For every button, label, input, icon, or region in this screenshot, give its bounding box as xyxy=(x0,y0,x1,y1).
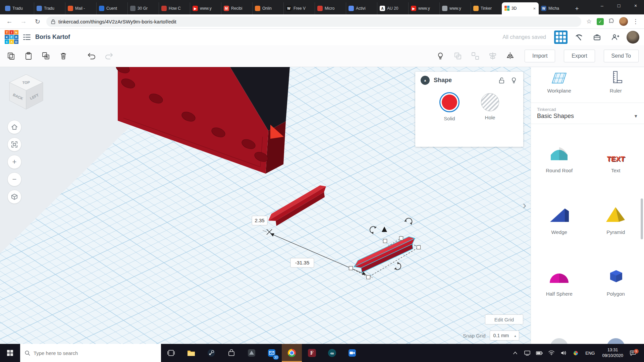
tray-app-icon[interactable] xyxy=(571,351,581,355)
taskbar-search[interactable] xyxy=(20,344,161,362)
home-view-button[interactable] xyxy=(7,120,21,134)
shape-round-roof[interactable]: Round Roof xyxy=(531,128,588,190)
browser-tab[interactable]: AAU 20 xyxy=(377,2,408,14)
browser-tab[interactable]: 30 Gr xyxy=(127,2,159,14)
language-indicator[interactable]: ENG xyxy=(583,351,597,356)
snap-grid-select[interactable]: 0.1 mm ▴ xyxy=(490,330,519,341)
workplane-tool[interactable]: Workplane xyxy=(531,70,588,103)
copy-icon[interactable] xyxy=(5,50,17,62)
shape-half-sphere[interactable]: Half Sphere xyxy=(531,251,588,313)
browser-tab[interactable]: How C xyxy=(159,2,190,14)
game-app-icon[interactable] xyxy=(241,344,262,362)
visibility-bulb-icon[interactable] xyxy=(510,76,518,84)
export-button[interactable]: Export xyxy=(564,50,595,62)
shape-partial[interactable] xyxy=(588,313,644,344)
zoom-out-button[interactable]: − xyxy=(7,172,21,186)
fit-view-button[interactable] xyxy=(7,137,21,152)
lock-icon[interactable] xyxy=(498,76,506,84)
undo-icon[interactable] xyxy=(86,50,97,62)
close-button[interactable]: × xyxy=(627,0,644,11)
delete-icon[interactable] xyxy=(58,50,69,62)
f-app-icon[interactable]: F xyxy=(302,344,322,362)
file-explorer-icon[interactable] xyxy=(181,344,201,362)
zoom-in-button[interactable]: + xyxy=(7,155,21,169)
browser-tab[interactable]: Cuent xyxy=(96,2,127,14)
extensions-puzzle-icon[interactable] xyxy=(607,17,616,26)
browser-tab[interactable]: MRecibi xyxy=(221,2,252,14)
browser-profile-avatar[interactable] xyxy=(619,17,628,26)
minimize-button[interactable]: – xyxy=(594,0,610,11)
shape-pyramid[interactable]: Pyramid xyxy=(588,190,644,251)
invite-person-icon[interactable] xyxy=(608,31,622,44)
back-icon[interactable]: ← xyxy=(4,16,15,27)
design-title[interactable]: Boris Kartof xyxy=(35,34,70,41)
send-to-button[interactable]: Send To xyxy=(604,50,639,62)
mail-app-icon[interactable]: 30 xyxy=(262,344,282,362)
mirror-icon[interactable] xyxy=(504,50,516,62)
monitor-icon[interactable] xyxy=(522,351,532,356)
show-all-bulb-icon[interactable] xyxy=(435,50,446,62)
browser-tab[interactable]: WMicha xyxy=(539,2,570,14)
browser-tab[interactable]: Micro xyxy=(315,2,346,14)
paste-icon[interactable] xyxy=(23,50,34,62)
sidebar-collapse-chevron[interactable]: › xyxy=(523,198,526,212)
import-button[interactable]: Import xyxy=(525,50,555,62)
maximize-button[interactable]: □ xyxy=(610,0,627,11)
view-cube[interactable]: TOP BACK LEFT xyxy=(7,72,46,112)
wifi-icon[interactable] xyxy=(546,351,556,355)
group-icon[interactable] xyxy=(452,50,464,62)
user-avatar[interactable] xyxy=(627,31,639,44)
browser-tab[interactable]: Tinker xyxy=(471,2,502,14)
edit-grid-button[interactable]: Edit Grid xyxy=(485,314,523,324)
action-center-icon[interactable]: 5 xyxy=(628,350,638,356)
ruler-tool[interactable]: Ruler xyxy=(588,70,644,103)
browser-tab[interactable]: Activi xyxy=(346,2,377,14)
browser-tab[interactable]: Tradu xyxy=(34,2,65,14)
dimension-label-small[interactable]: 2.35 xyxy=(252,216,267,225)
tab-close-icon[interactable]: × xyxy=(532,6,536,11)
store-bag-icon[interactable] xyxy=(221,344,241,362)
forward-icon[interactable]: → xyxy=(18,16,29,27)
volume-icon[interactable] xyxy=(558,351,569,355)
browser-tab-active[interactable]: 3D × xyxy=(502,2,539,14)
start-button[interactable] xyxy=(0,344,20,362)
task-view-button[interactable] xyxy=(161,344,181,362)
bookmark-star-icon[interactable]: ☆ xyxy=(585,17,593,26)
clock[interactable]: 13:31 09/10/2020 xyxy=(599,347,626,359)
browser-tab[interactable]: Tradu xyxy=(3,2,34,14)
infinity-app-icon[interactable]: ∞ xyxy=(322,344,342,362)
reload-icon[interactable]: ↻ xyxy=(32,16,43,27)
browser-tab[interactable]: ▶www.y xyxy=(190,2,221,14)
design-menu-icon[interactable] xyxy=(23,34,31,40)
solid-swatch[interactable]: Solid xyxy=(439,92,460,121)
3d-viewport[interactable]: 2.35 -31.35 TOP BACK LEFT + xyxy=(0,67,531,344)
browser-tab[interactable]: WFree V xyxy=(283,2,315,14)
tinkercad-logo[interactable]: T I N K E R C A D xyxy=(5,30,18,44)
hidden-icons-chevron[interactable] xyxy=(510,352,520,354)
minecraft-pickaxe-icon[interactable] xyxy=(572,31,586,44)
browser-tab[interactable]: ▶www.y xyxy=(408,2,439,14)
shape-polygon[interactable]: Polygon xyxy=(588,251,644,313)
perspective-toggle-button[interactable] xyxy=(7,190,21,204)
shape-text[interactable]: TEXT Text xyxy=(588,128,644,190)
category-dropdown[interactable]: Basic Shapes ▼ xyxy=(537,113,638,120)
url-input[interactable]: tinkercad.com/things/4V2zArSWy9m-boris-k… xyxy=(46,16,581,27)
duplicate-icon[interactable] xyxy=(40,50,52,62)
briefcase-icon[interactable] xyxy=(590,31,604,44)
new-tab-button[interactable]: + xyxy=(572,4,582,14)
align-icon[interactable] xyxy=(487,50,498,62)
chrome-icon[interactable] xyxy=(282,344,302,362)
ungroup-icon[interactable] xyxy=(470,50,481,62)
redo-icon[interactable] xyxy=(103,50,115,62)
sidebar-scrollbar[interactable] xyxy=(641,198,643,239)
browser-tab[interactable]: Mail - xyxy=(65,2,96,14)
browser-tab[interactable]: www.y xyxy=(439,2,471,14)
steam-icon[interactable] xyxy=(201,344,221,362)
shape-wedge[interactable]: Wedge xyxy=(531,190,588,251)
browser-tab[interactable]: Onlin xyxy=(252,2,283,14)
extension-icon[interactable]: ✓ xyxy=(597,18,604,25)
hole-swatch[interactable]: Hole xyxy=(481,92,499,121)
battery-icon[interactable] xyxy=(534,351,544,355)
dimension-label-large[interactable]: -31.35 xyxy=(290,258,314,267)
shape-partial[interactable] xyxy=(531,313,588,344)
